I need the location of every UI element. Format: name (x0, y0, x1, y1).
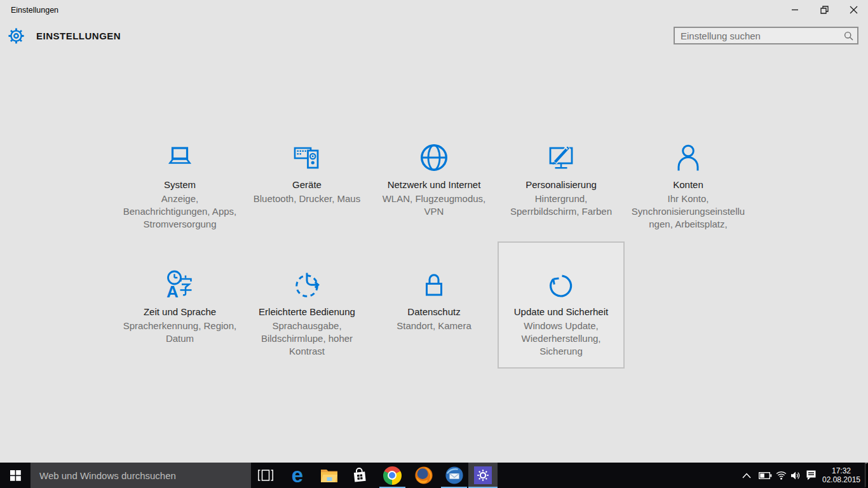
page-title: EINSTELLUNGEN (36, 30, 121, 41)
tile-title: System (116, 179, 243, 190)
tile-network[interactable]: Netzwerk und Internet WLAN, Flugzeugmodu… (370, 114, 498, 241)
hidden-icons-button[interactable] (739, 463, 754, 488)
tile-title: Personalisierung (498, 179, 625, 190)
action-center-icon (806, 470, 817, 480)
speaker-icon (791, 471, 801, 480)
tile-title: Netzwerk und Internet (370, 179, 498, 190)
battery-tray-button[interactable] (757, 463, 773, 488)
tile-subtitle: Sprachausgabe, Bildschirmlupe, hoher Kon… (248, 320, 366, 358)
tile-title: Update und Sicherheit (499, 306, 623, 317)
person-icon (673, 142, 703, 173)
thunderbird-button[interactable] (441, 463, 467, 488)
taskbar: e (0, 463, 868, 488)
globe-icon (419, 142, 449, 173)
monitor-pen-icon (546, 142, 576, 173)
edge-button[interactable]: e (284, 463, 311, 488)
close-icon (850, 6, 858, 14)
tile-subtitle: Bluetooth, Drucker, Maus (248, 193, 366, 205)
tile-ease-of-access[interactable]: Erleichterte Bedienung Sprachausgabe, Bi… (243, 241, 370, 369)
chrome-icon (383, 466, 402, 485)
tile-update-security[interactable]: Update und Sicherheit Windows Update, Wi… (498, 241, 625, 369)
update-arrow-icon (546, 269, 576, 300)
tile-subtitle: WLAN, Flugzeugmodus, VPN (375, 193, 493, 218)
edge-icon: e (292, 463, 303, 487)
laptop-icon (165, 142, 195, 173)
task-view-button[interactable] (252, 463, 279, 488)
tile-subtitle: Ihr Konto, Synchronisierungseinstellunge… (629, 193, 747, 231)
clock-language-icon: A (165, 269, 195, 300)
battery-icon (759, 471, 772, 480)
window-controls (780, 0, 868, 19)
tile-personalization[interactable]: Personalisierung Hintergrund, Sperrbilds… (498, 114, 625, 241)
action-center-button[interactable] (803, 463, 820, 488)
show-desktop-button[interactable] (865, 463, 868, 488)
ease-of-access-icon (292, 269, 322, 300)
volume-tray-button[interactable] (788, 463, 803, 488)
tile-subtitle: Anzeige, Benachrichtigungen, Apps, Strom… (121, 193, 239, 231)
windows-logo-icon (10, 470, 21, 481)
tile-system[interactable]: System Anzeige, Benachrichtigungen, Apps… (116, 114, 243, 241)
taskbar-search-input[interactable] (31, 463, 251, 488)
settings-gear-icon (8, 27, 25, 44)
settings-search-box (674, 27, 858, 44)
tile-title: Erleichterte Bedienung (243, 306, 370, 317)
wifi-icon (776, 471, 787, 480)
tile-accounts[interactable]: Konten Ihr Konto, Synchronisierungseinst… (625, 114, 752, 241)
file-explorer-button[interactable] (316, 463, 342, 488)
tile-devices[interactable]: Geräte Bluetooth, Drucker, Maus (243, 114, 370, 241)
close-button[interactable] (839, 0, 868, 19)
wifi-tray-button[interactable] (774, 463, 788, 488)
chrome-button[interactable] (379, 463, 405, 488)
minimize-icon (791, 6, 799, 13)
chevron-up-icon (742, 473, 751, 478)
clock[interactable]: 17:32 02.08.2015 (821, 466, 862, 484)
tile-title: Zeit und Sprache (116, 306, 243, 317)
firefox-button[interactable] (410, 463, 437, 488)
desktop-screen: Einstellungen EINSTELLUNGEN S (0, 0, 868, 488)
settings-app-icon (474, 466, 492, 484)
clock-date: 02.08.2015 (821, 475, 862, 484)
tile-subtitle: Standort, Kamera (375, 320, 493, 332)
store-button[interactable] (346, 463, 373, 488)
lock-icon (419, 269, 449, 300)
tile-subtitle: Spracherkennung, Region, Datum (121, 320, 239, 345)
settings-search-input[interactable] (675, 28, 857, 43)
tile-privacy[interactable]: Datenschutz Standort, Kamera (370, 241, 498, 369)
search-icon (844, 31, 853, 41)
tile-title: Konten (625, 179, 752, 190)
tile-title: Geräte (243, 179, 370, 190)
tile-title: Datenschutz (370, 306, 498, 317)
tile-subtitle: Windows Update, Wiederherstellung, Siche… (502, 320, 620, 358)
restore-icon (820, 6, 829, 14)
task-view-icon (258, 470, 273, 481)
devices-icon (292, 142, 322, 173)
clock-time: 17:32 (821, 466, 862, 475)
restore-button[interactable] (810, 0, 839, 19)
firefox-icon (414, 466, 433, 485)
settings-app-button[interactable] (468, 463, 498, 488)
window-title: Einstellungen (11, 6, 58, 15)
thunderbird-icon (445, 466, 464, 485)
file-explorer-icon (320, 468, 338, 483)
minimize-button[interactable] (780, 0, 810, 19)
start-button[interactable] (0, 463, 31, 488)
taskbar-search-box (31, 463, 251, 488)
svg-text:A: A (166, 282, 179, 301)
store-icon (351, 466, 369, 485)
tile-time-language[interactable]: A Zeit und Sprache Spracherkennung, Regi… (116, 241, 243, 369)
tile-subtitle: Hintergrund, Sperrbildschirm, Farben (502, 193, 620, 218)
